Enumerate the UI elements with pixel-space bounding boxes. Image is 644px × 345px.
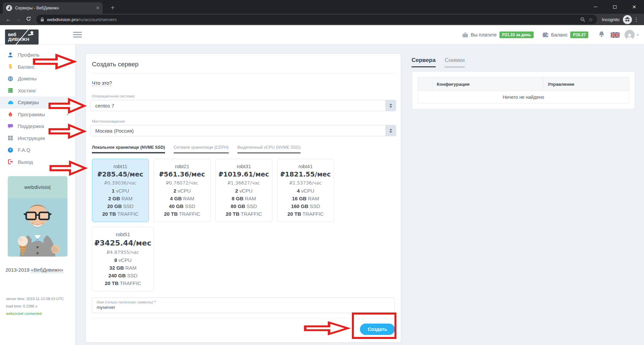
browser-menu-icon[interactable]: ⋮ xyxy=(632,16,641,22)
plan-spec: 32 GB RAM xyxy=(94,264,152,272)
tab-title: Серверы - ВебДивижн xyxy=(15,6,93,10)
plan-monthly-price: ₽561.36/мес xyxy=(155,170,209,179)
chat-icon xyxy=(7,123,13,129)
panel-tabs: СервераСнимки xyxy=(412,57,465,67)
sidebar-item-серверы[interactable]: Серверы xyxy=(0,96,75,109)
sidebar-item-label: Программы xyxy=(18,112,45,117)
plan-name: robt31 xyxy=(217,163,271,170)
hosting-icon xyxy=(7,87,13,93)
plan-name: robt21 xyxy=(155,163,209,170)
language-flag-icon[interactable] xyxy=(611,32,620,38)
account-caret-icon[interactable]: ▾ xyxy=(637,33,639,37)
app-logo[interactable]: веб ДИВИЖН xyxy=(5,29,39,45)
balance-badge: Р10.27 xyxy=(570,31,588,38)
panel-tab-0[interactable]: Сервера xyxy=(412,57,436,67)
dollar-icon: $ xyxy=(7,64,13,70)
sidebar-item-баланс[interactable]: $Баланс xyxy=(0,61,75,73)
globe-icon xyxy=(7,76,13,82)
copyright-link[interactable]: «ВебДивижн» xyxy=(31,267,63,273)
tab-close-icon[interactable]: × xyxy=(96,5,99,11)
create-server-card: Создать сервер Что это? Операционная сис… xyxy=(86,54,401,343)
storage-tabs: Локальное хранилище (NVME SSD)Сетевое хр… xyxy=(92,145,395,153)
close-icon[interactable]: ✕ xyxy=(625,0,644,14)
minimize-icon[interactable] xyxy=(586,0,605,14)
plan-name: robt11 xyxy=(94,163,147,170)
copyright: 2013-2019 «ВебДивижн» xyxy=(0,267,69,273)
pay-badge: Р21.33 за день xyxy=(499,31,534,38)
plan-spec: 2 vCPU xyxy=(217,187,271,195)
os-select-value: centos 7 xyxy=(95,103,114,109)
sidebar-item-label: Выход xyxy=(18,159,33,165)
zoom-out-icon[interactable] xyxy=(580,17,586,22)
sidebar-item-f-a-q[interactable]: ?F.A.Q xyxy=(0,144,75,156)
plan-spec: 20 TB TRAFFIC xyxy=(217,210,271,218)
sidebar-item-label: Инструкция xyxy=(18,135,45,141)
bookmark-star-icon[interactable]: ☆ xyxy=(588,16,593,23)
plan-hourly-price: ₽0.39036/час xyxy=(94,179,147,187)
sidebar-item-программы[interactable]: Программы▸ xyxy=(0,109,75,121)
select-stepper-icon[interactable] xyxy=(385,100,396,111)
server-name-input[interactable]: Имя (только латинские символы) * myserve… xyxy=(92,297,395,313)
table-header-cell: Конфигурация xyxy=(432,77,543,91)
plan-spec: 2 vCPU xyxy=(155,187,209,195)
storage-tab-0[interactable]: Локальное хранилище (NVME SSD) xyxy=(92,145,165,153)
plan-spec: 1 vCPU xyxy=(94,187,147,195)
plan-spec: 20 GB SSD xyxy=(94,202,147,210)
sidebar-item-поддержка[interactable]: Поддержка xyxy=(0,120,75,132)
storage-tab-2[interactable]: Выделенный vCPU (NVME SSD) xyxy=(237,145,301,153)
sidebar-item-label: Хостинг xyxy=(18,88,36,93)
create-button[interactable]: Создать xyxy=(360,324,395,335)
balance-label: Баланс xyxy=(551,32,568,38)
plan-monthly-price: ₽3425.44/мес xyxy=(94,238,152,249)
plan-card-robt41[interactable]: robt41₽1821.55/мес₽2.53736/час4 vCPU16 G… xyxy=(277,159,334,222)
incognito-badge-icon xyxy=(623,15,632,24)
os-select[interactable]: centos 7 xyxy=(91,100,396,111)
plan-spec: 20 TB TRAFFIC xyxy=(94,279,152,287)
plan-name: robt41 xyxy=(279,163,332,170)
browser-tab[interactable]: Серверы - ВебДивижн × xyxy=(3,2,103,14)
servers-table: КонфигурацияУправление Ничего не найдено xyxy=(418,77,629,104)
plan-card-robt51[interactable]: robt51₽3425.44/мес₽4.87955/час8 vCPU32 G… xyxy=(92,227,154,291)
server-name-value: myserver xyxy=(97,305,390,310)
what-is-this-link[interactable]: Что это? xyxy=(92,80,112,86)
select-stepper-icon[interactable] xyxy=(385,125,396,136)
url-bar[interactable]: webdivision.pro/ru/account/servers ☆ xyxy=(36,15,597,24)
plan-spec: 160 GB SSD xyxy=(279,202,332,210)
briefcase-icon xyxy=(462,32,468,38)
card-footer: Создать xyxy=(91,319,396,338)
server-time: server time: 2019-11-13 08:23 UTC xyxy=(6,295,64,302)
forward-icon[interactable]: → xyxy=(13,16,23,22)
browser-window: Серверы - ВебДивижн × + ✕ ← → webdivisio… xyxy=(0,0,644,345)
page: веб ДИВИЖН Вы платите Р21.33 за день Бал… xyxy=(0,25,644,345)
user-avatar[interactable] xyxy=(625,30,635,40)
sidebar-item-домены[interactable]: Домены xyxy=(0,73,75,85)
panel-tab-1[interactable]: Снимки xyxy=(445,57,465,67)
plan-card-robt21[interactable]: robt21₽561.36/мес₽0.78072/час2 vCPU4 GB … xyxy=(154,159,211,222)
sidebar-item-хостинг[interactable]: Хостинг xyxy=(0,85,75,97)
plan-monthly-price: ₽1821.55/мес xyxy=(279,170,332,179)
maximize-icon[interactable] xyxy=(605,0,625,14)
new-tab-button[interactable]: + xyxy=(108,3,117,12)
plan-card-robt31[interactable]: robt31₽1019.61/мес₽1.36627/час2 vCPU8 GB… xyxy=(215,159,272,222)
footer-meta: server time: 2019-11-13 08:23 UTC load t… xyxy=(6,295,64,317)
sidebar-item-инструкция[interactable]: Инструкция xyxy=(0,132,75,144)
user-icon xyxy=(7,52,13,58)
notifications-bell-icon[interactable] xyxy=(598,31,605,39)
websocket-status: websocket connected xyxy=(6,310,64,317)
sidebar-item-профиль[interactable]: Профиль xyxy=(0,49,75,61)
plan-spec: 4 GB RAM xyxy=(155,195,209,202)
sidebar-item-label: Домены xyxy=(18,76,37,81)
reload-icon[interactable] xyxy=(23,16,34,23)
sidebar-item-выход[interactable]: Выход xyxy=(0,156,75,168)
annotation-arrow-create xyxy=(303,321,351,336)
plan-card-robt11[interactable]: robt11₽285.45/мес₽0.39036/час1 vCPU2 GB … xyxy=(92,159,149,222)
location-select[interactable]: Москва (Россия) xyxy=(91,125,396,136)
storage-tab-1[interactable]: Сетевое хранилище (CEPH) xyxy=(174,145,229,153)
plan-spec: 16 GB RAM xyxy=(279,195,332,202)
plan-hourly-price: ₽4.87955/час xyxy=(94,249,152,256)
plan-spec: 4 vCPU xyxy=(279,187,332,195)
hamburger-menu-icon[interactable] xyxy=(73,32,82,39)
back-icon[interactable]: ← xyxy=(3,16,13,22)
os-label: Операционная система: xyxy=(92,94,395,98)
promo-ad-card[interactable]: webdivisio| xyxy=(8,176,67,257)
